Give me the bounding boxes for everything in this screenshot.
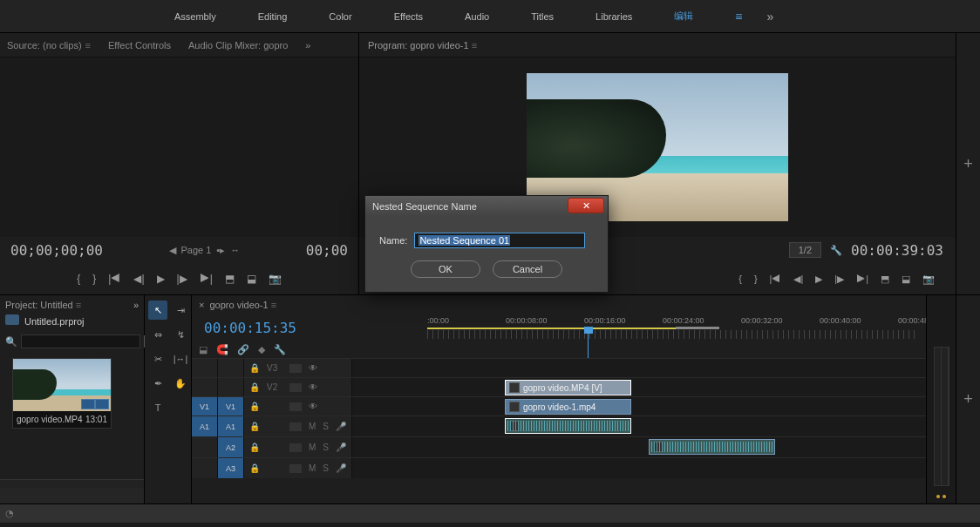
step-back-icon[interactable]: ◀| xyxy=(133,273,144,285)
playhead-timecode[interactable]: 00:00:15:35 xyxy=(204,320,296,336)
step-fwd-icon[interactable]: |▶ xyxy=(177,273,187,285)
linked-selection-icon[interactable]: 🔗 xyxy=(237,344,249,355)
src-patch-a1[interactable]: A1 xyxy=(192,416,218,436)
project-bin[interactable]: gopro video.MP4 13:01 xyxy=(0,351,144,479)
track-lane[interactable] xyxy=(352,416,926,436)
add-panel-button[interactable]: + xyxy=(956,33,980,294)
mute-button[interactable]: M xyxy=(309,422,316,431)
hand-tool-icon[interactable]: ✋ xyxy=(171,374,190,393)
tab-menu-icon[interactable]: ≡ xyxy=(85,40,91,51)
rate-stretch-tool-icon[interactable]: ↯ xyxy=(171,325,190,344)
export-frame-icon[interactable]: 📷 xyxy=(269,273,282,285)
tab-program[interactable]: Program: gopro video-1 ≡ xyxy=(368,40,477,51)
tab-sequence[interactable]: gopro video-1 ≡ xyxy=(209,300,276,310)
source-out-timecode[interactable]: 00;00 xyxy=(306,242,348,259)
lift-icon[interactable]: ⬒ xyxy=(881,274,889,285)
page-prev-icon[interactable]: ◀ xyxy=(169,245,176,256)
track-output-icon[interactable] xyxy=(289,464,302,473)
tab-assembly[interactable]: Assembly xyxy=(174,11,216,22)
tab-color[interactable]: Color xyxy=(329,11,351,22)
mute-button[interactable]: M xyxy=(309,443,316,452)
tgt-patch-v2[interactable] xyxy=(218,378,244,396)
mark-in-icon[interactable]: { xyxy=(738,274,742,284)
src-patch-v1[interactable]: V1 xyxy=(192,397,218,416)
timeline-close-icon[interactable]: × xyxy=(199,300,204,310)
add-panel-button[interactable]: + xyxy=(956,295,980,503)
type-tool-icon[interactable]: T xyxy=(148,398,167,417)
tgt-patch-v1[interactable]: V1 xyxy=(218,397,244,416)
cancel-button[interactable]: Cancel xyxy=(493,260,562,278)
export-frame-icon[interactable]: 📷 xyxy=(922,274,935,285)
tab-effects[interactable]: Effects xyxy=(394,11,423,22)
razor-tool-icon[interactable]: ✂ xyxy=(148,349,167,368)
selection-tool-icon[interactable]: ↖ xyxy=(148,301,167,320)
ok-button[interactable]: OK xyxy=(411,260,480,278)
track-lane[interactable] xyxy=(352,437,926,457)
in-out-range[interactable] xyxy=(676,327,719,329)
eye-icon[interactable]: 👁 xyxy=(309,382,317,392)
lock-icon[interactable]: 🔒 xyxy=(249,422,260,431)
close-button[interactable]: ✕ xyxy=(568,198,604,213)
solo-button[interactable]: S xyxy=(323,443,329,452)
source-overflow-icon[interactable]: » xyxy=(305,40,310,51)
src-patch-a3[interactable] xyxy=(192,458,218,478)
mic-icon[interactable]: 🎤 xyxy=(336,463,346,473)
src-patch-a2[interactable] xyxy=(192,437,218,457)
step-fwd-icon[interactable]: |▶ xyxy=(834,274,844,285)
tab-source[interactable]: Source: (no clips)≡ xyxy=(7,40,91,51)
lock-icon[interactable]: 🔒 xyxy=(249,463,260,473)
tgt-patch-a2[interactable]: A2 xyxy=(218,437,244,457)
play-icon[interactable]: ▶ xyxy=(157,273,165,285)
tab-audio-mixer[interactable]: Audio Clip Mixer: gopro xyxy=(188,40,288,51)
settings-icon[interactable]: 🔧 xyxy=(830,245,842,256)
name-input[interactable]: Nested Sequence 01 xyxy=(414,233,585,248)
marker-icon[interactable]: ◆ xyxy=(258,344,265,355)
src-patch-v2[interactable] xyxy=(192,378,218,396)
track-output-icon[interactable] xyxy=(289,364,302,373)
play-icon[interactable]: ▶ xyxy=(815,274,822,285)
page-next-icon[interactable]: ↔ xyxy=(230,245,240,255)
playhead-icon[interactable] xyxy=(584,327,593,334)
go-to-in-icon[interactable]: |⯇ xyxy=(770,274,782,284)
src-patch-v3[interactable] xyxy=(192,359,218,377)
clip-a1[interactable] xyxy=(505,418,631,434)
mark-in-icon[interactable]: { xyxy=(77,273,80,285)
nest-icon[interactable]: ⬓ xyxy=(199,344,208,355)
solo-button[interactable]: S xyxy=(323,422,329,431)
tab-titles[interactable]: Titles xyxy=(531,11,554,22)
track-output-icon[interactable] xyxy=(289,383,302,392)
track-output-icon[interactable] xyxy=(289,422,302,431)
track-lane[interactable] xyxy=(352,359,926,377)
tab-editing[interactable]: Editing xyxy=(258,11,288,22)
track-lane[interactable]: gopro video-1.mp4 xyxy=(352,397,926,416)
mark-out-icon[interactable]: } xyxy=(92,273,96,285)
ripple-edit-tool-icon[interactable]: ⇔ xyxy=(148,325,167,344)
tab-audio[interactable]: Audio xyxy=(465,11,489,22)
lock-icon[interactable]: 🔒 xyxy=(249,363,260,373)
tab-libraries[interactable]: Libraries xyxy=(595,11,632,22)
program-out-timecode[interactable]: 00:00:39:03 xyxy=(851,242,943,259)
pen-tool-icon[interactable]: ✒ xyxy=(148,374,167,393)
time-ruler[interactable]: :00:00 00:00:08:00 00:00:16:00 00:00:24:… xyxy=(427,314,919,341)
tab-project[interactable]: Project: Untitled ≡ xyxy=(5,300,81,310)
tgt-patch-a1[interactable]: A1 xyxy=(218,416,244,436)
track-select-tool-icon[interactable]: ⇥ xyxy=(171,301,190,320)
extract-icon[interactable]: ⬓ xyxy=(902,274,910,285)
settings-icon[interactable]: 🔧 xyxy=(274,344,286,355)
project-overflow-icon[interactable]: » xyxy=(133,300,139,310)
tab-effect-controls[interactable]: Effect Controls xyxy=(108,40,171,51)
workspace-menu-icon[interactable]: ≡ xyxy=(735,10,742,24)
snap-icon[interactable]: 🧲 xyxy=(216,344,228,355)
step-back-icon[interactable]: ◀| xyxy=(793,274,803,285)
workspace-overflow-icon[interactable]: » xyxy=(766,10,773,24)
source-in-timecode[interactable]: 00;00;00;00 xyxy=(10,242,103,259)
lock-icon[interactable]: 🔒 xyxy=(249,402,260,411)
mark-out-icon[interactable]: } xyxy=(754,274,758,284)
tgt-patch-v3[interactable] xyxy=(218,359,244,377)
dialog-titlebar[interactable]: Nested Sequence Name ✕ xyxy=(365,196,608,217)
lock-icon[interactable]: 🔒 xyxy=(249,443,260,452)
tab-edit-cn[interactable]: 编辑 xyxy=(674,10,693,23)
go-to-out-icon[interactable]: ⯈| xyxy=(856,274,868,284)
clip-thumbnail[interactable]: gopro video.MP4 13:01 xyxy=(12,358,112,429)
track-output-icon[interactable] xyxy=(289,443,302,452)
